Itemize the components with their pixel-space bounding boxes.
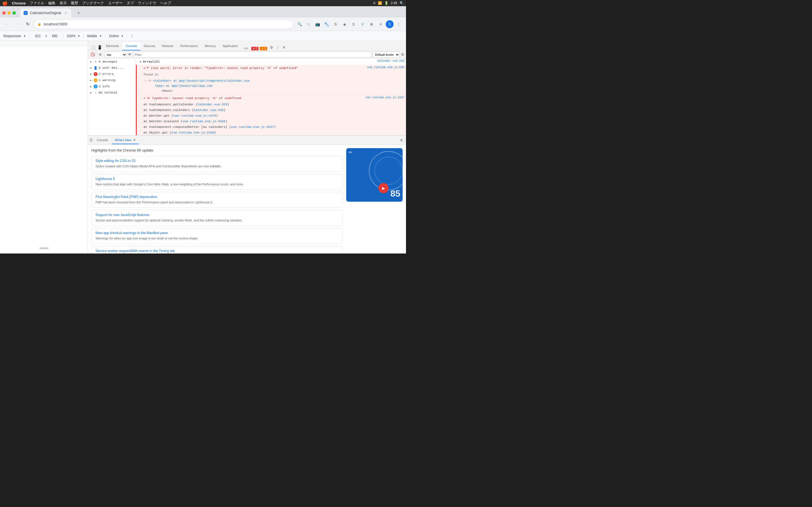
menu-edit[interactable]: 編集 xyxy=(48,1,56,6)
bookmark-icon[interactable]: ☆ xyxy=(305,20,312,28)
video-play-button[interactable]: ▶ xyxy=(378,183,389,193)
level-select[interactable]: Default levels xyxy=(372,52,400,58)
clear-icon[interactable]: ⊘ xyxy=(97,52,103,58)
panel-close-button[interactable]: ✕ xyxy=(399,137,404,143)
menu-bookmarks[interactable]: ブックマーク xyxy=(82,1,104,6)
forward-button[interactable]: › xyxy=(13,20,21,28)
feature-card-4[interactable]: New app shortcut warnings in the Manifes… xyxy=(91,228,343,244)
reload-button[interactable]: ↻ xyxy=(24,20,32,28)
tab-console-button[interactable]: Console xyxy=(94,136,111,144)
error-header[interactable]: ✕ ● [Vue warn]: Error in render: "TypeEr… xyxy=(144,66,404,70)
extension-icon1[interactable]: S xyxy=(332,20,340,28)
zoom-select[interactable]: 100% xyxy=(67,34,75,38)
feature-card-0[interactable]: Style editing for CSS-in-JS Styles creat… xyxy=(91,156,343,172)
whats-new-video[interactable]: ▶ ne 85 xyxy=(346,148,403,202)
vuejs-icon[interactable]: V xyxy=(359,20,366,28)
search-icon[interactable]: 🔍 xyxy=(296,20,303,28)
sidebar-warnings[interactable]: ▶ ⚠ 1 warning xyxy=(88,77,136,83)
menu-file[interactable]: ファイル xyxy=(30,1,44,6)
menu-user[interactable]: ユーザー xyxy=(108,1,123,6)
stack-file-link4[interactable]: vue.runtime.esm.js:4585 xyxy=(183,120,225,123)
devtools-settings-icon[interactable]: ⚙ xyxy=(268,44,274,50)
menu-tab[interactable]: タブ xyxy=(126,1,134,6)
tab-console[interactable]: Console xyxy=(122,42,140,50)
sidebar-group-messages[interactable]: ▶ ≡ 6 messages xyxy=(88,59,136,65)
expand-arrow-icon[interactable]: ▶ xyxy=(139,59,143,64)
component-link2[interactable]: <App> at app/javascript/app.vue xyxy=(155,84,213,88)
eye-icon[interactable]: 👁 xyxy=(128,52,132,57)
back-button[interactable]: ‹ xyxy=(3,20,11,28)
extension-icon3[interactable]: ⧖ xyxy=(350,20,357,28)
sidebar-errors[interactable]: ▶ ✕ 2 errors xyxy=(88,71,136,77)
chrome-menu-icon[interactable]: ⋮ xyxy=(395,20,403,28)
tab-performance[interactable]: Performance xyxy=(177,42,201,50)
stack-file-link6[interactable]: vue.runtime.esm.js:2106 xyxy=(171,131,214,134)
file-link[interactable]: Calendar.vue:233 xyxy=(377,59,404,62)
tab-whats-new-button[interactable]: What's New ✕ xyxy=(112,136,139,144)
resize-handle[interactable] xyxy=(38,247,50,249)
new-tab-button[interactable]: + xyxy=(75,9,83,17)
whats-new-panel: ☰ Console What's New ✕ ✕ Highlights from… xyxy=(88,135,406,253)
filter-input[interactable] xyxy=(133,52,371,58)
type-error-file[interactable]: vue.runtime.esm.js:1927 xyxy=(365,96,404,99)
network-select[interactable]: Online xyxy=(109,34,119,38)
tab-memory[interactable]: Memory xyxy=(201,42,219,50)
more-tabs-button[interactable]: >> xyxy=(242,46,250,50)
minimize-button[interactable] xyxy=(7,11,11,15)
search-icon[interactable]: 🔍 xyxy=(400,1,404,5)
extension-icon2[interactable]: ◈ xyxy=(341,20,349,28)
sidebar-verbose[interactable]: ▶ ⚙ No verbose xyxy=(88,90,136,96)
tab-elements[interactable]: Elements xyxy=(103,42,122,50)
sidebar-user-messages[interactable]: ▶ 👤 6 user mes... xyxy=(88,65,136,71)
warning-icon: ⚠ xyxy=(94,78,98,82)
stack-file-link5[interactable]: vue.runtime.esm.js:4837 xyxy=(231,125,274,129)
inspect-icon[interactable]: ⬚ xyxy=(90,44,96,50)
active-tab[interactable]: C CalendarVueOriginal × xyxy=(20,8,71,17)
extension-icon5[interactable]: ≡ xyxy=(377,20,385,28)
menu-history[interactable]: 履歴 xyxy=(71,1,78,6)
type-error-header[interactable]: ✕ ▶ TypeError: Cannot read property '0' … xyxy=(144,96,404,101)
tab-close-button[interactable]: × xyxy=(63,11,68,15)
profile-icon[interactable]: S xyxy=(386,20,394,28)
height-input[interactable] xyxy=(50,34,60,38)
mobile-select[interactable]: Mobile xyxy=(87,34,97,38)
tab-network[interactable]: Network xyxy=(159,42,177,50)
cast-icon[interactable]: 📺 xyxy=(313,20,321,28)
responsive-select[interactable]: Responsive xyxy=(3,34,21,38)
component-link1[interactable]: <Calendar> at app/javascript/components/… xyxy=(153,79,250,82)
vue-warn-file[interactable]: vue.runtime.esm.js:638 xyxy=(367,66,404,69)
context-select[interactable]: top xyxy=(104,52,127,58)
menu-view[interactable]: 表示 xyxy=(59,1,67,6)
clear-console-icon[interactable]: 🚫 xyxy=(90,52,96,58)
apple-menu[interactable]: 🍎 xyxy=(2,1,8,6)
devtools-more-icon[interactable]: ⋮ xyxy=(274,44,281,50)
devtools-close-icon[interactable]: ✕ xyxy=(281,44,287,50)
address-bar[interactable]: 🔒 localhost:5000 xyxy=(34,20,293,29)
maximize-button[interactable] xyxy=(12,11,16,15)
stack-file-link[interactable]: Calendar.vue:325 xyxy=(197,103,227,106)
sidebar-info[interactable]: ▶ ℹ 3 info xyxy=(88,83,136,90)
feature-card-5[interactable]: Service worker respondWith events in the… xyxy=(91,246,343,253)
component-line3: <Root> xyxy=(161,89,404,94)
more-options-icon[interactable]: ⋮ xyxy=(131,34,134,38)
close-button[interactable] xyxy=(2,11,6,15)
tab-application[interactable]: Application xyxy=(219,42,241,50)
menu-window[interactable]: ウィンドウ xyxy=(138,1,156,6)
error-expand-arrow[interactable]: ▶ xyxy=(148,96,150,100)
stack-file-link2[interactable]: Calendar.vue:408 xyxy=(194,108,223,112)
feature-card-3[interactable]: Support for new JavaScript features Synt… xyxy=(91,210,343,226)
console-settings-icon[interactable]: ⚙ xyxy=(401,52,404,57)
feature-card-1[interactable]: Lighthouse 6 New metrics that align with… xyxy=(91,174,343,189)
menu-help[interactable]: ヘルプ xyxy=(160,1,171,6)
feature-card-2[interactable]: First Meaningful Paint (FMP) deprecation… xyxy=(91,192,343,208)
devtools-icon[interactable]: 🔧 xyxy=(322,20,331,28)
whats-new-tab-close[interactable]: ✕ xyxy=(133,138,136,142)
tab-sources[interactable]: Sources xyxy=(140,42,158,50)
width-input[interactable] xyxy=(33,34,43,38)
console-item-array[interactable]: ▶ Array(12) Calendar.vue:233 xyxy=(136,59,406,65)
hamburger-icon[interactable]: ☰ xyxy=(90,138,93,142)
extension-icon4[interactable]: ⊕ xyxy=(368,20,375,28)
stack-file-link3[interactable]: vue.runtime.esm.js:4470 xyxy=(173,114,216,117)
component-line1[interactable]: ---> <Calendar> at app/javascript/compon… xyxy=(144,78,404,83)
device-icon[interactable]: 📱 xyxy=(96,44,103,50)
